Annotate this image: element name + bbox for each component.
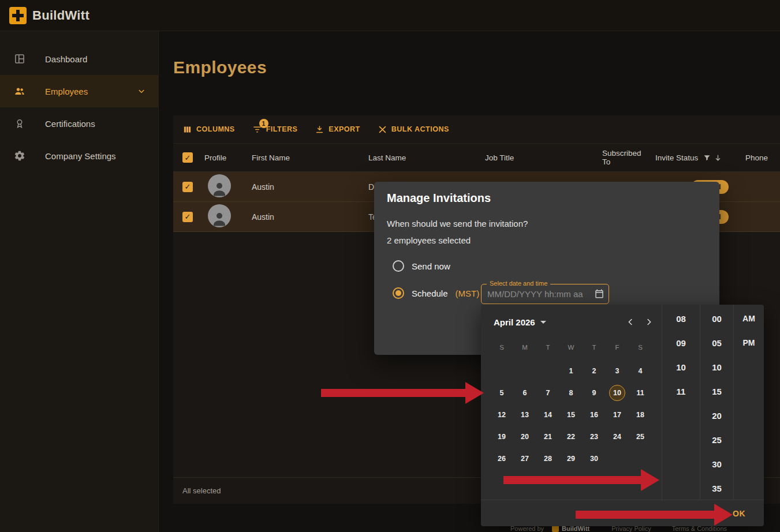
radio-checked-icon[interactable] — [393, 287, 404, 299]
columns-button[interactable]: COLUMNS — [182, 125, 235, 134]
calendar-day[interactable]: 7 — [536, 382, 559, 404]
calendar-day[interactable]: 14 — [536, 404, 559, 426]
calendar-day[interactable]: 11 — [629, 382, 652, 404]
header-subscribed-to[interactable]: Subscribed To — [598, 149, 651, 166]
dropdown-caret-icon — [540, 321, 546, 324]
header-job-title[interactable]: Job Title — [480, 153, 598, 162]
minute-option[interactable]: 35 — [700, 476, 733, 500]
table-toolbar: COLUMNS 1 FILTERS EXPORT BULK ACTIONS — [173, 115, 780, 143]
minute-option[interactable]: 10 — [700, 355, 733, 379]
people-icon — [14, 85, 25, 97]
calendar-day[interactable]: 27 — [513, 448, 536, 470]
calendar-day[interactable]: 28 — [536, 448, 559, 470]
sort-descending-icon — [714, 153, 722, 162]
previous-month-button[interactable] — [621, 313, 640, 331]
date-time-input[interactable] — [482, 284, 609, 304]
selection-status-text: All selected — [182, 486, 221, 495]
minutes-column: 0005101520253035 — [700, 305, 733, 500]
topbar: BuildWitt — [0, 0, 780, 31]
picker-footer: OK — [481, 500, 764, 526]
month-year-dropdown[interactable]: April 2026 — [494, 317, 546, 327]
calendar-day[interactable]: 5 — [490, 382, 513, 404]
calendar-day[interactable]: 21 — [536, 426, 559, 448]
calendar-day[interactable]: 13 — [513, 404, 536, 426]
calendar-day[interactable]: 17 — [606, 404, 629, 426]
calendar-day[interactable]: 20 — [513, 426, 536, 448]
header-first-name[interactable]: First Name — [247, 153, 364, 162]
next-month-button[interactable] — [640, 313, 658, 331]
calendar-day[interactable]: 25 — [629, 426, 652, 448]
meridiem-option[interactable]: PM — [734, 331, 764, 355]
calendar-day[interactable]: 1 — [559, 360, 583, 382]
calendar-day[interactable]: 30 — [583, 448, 606, 470]
page-title: Employees — [173, 58, 267, 77]
date-time-field[interactable]: Select date and time — [481, 284, 609, 304]
minute-option[interactable]: 20 — [700, 403, 733, 428]
hour-option[interactable]: 11 — [662, 379, 700, 403]
row-checkbox[interactable] — [182, 182, 193, 192]
first-name-cell: Austin — [247, 182, 364, 192]
schedule-option[interactable]: Schedule (MST) — [393, 287, 479, 299]
filters-button[interactable]: 1 FILTERS — [252, 125, 298, 134]
calendar-day[interactable]: 8 — [559, 382, 583, 404]
minute-option[interactable]: 25 — [700, 428, 733, 452]
meridiem-option[interactable]: AM — [734, 306, 764, 331]
chevron-left-icon — [625, 317, 636, 327]
brand-logo: BuildWitt — [9, 7, 89, 24]
sidebar-item-company-settings[interactable]: Company Settings — [0, 140, 158, 172]
bulk-actions-button[interactable]: BULK ACTIONS — [378, 125, 449, 134]
minute-option[interactable]: 30 — [700, 452, 733, 476]
hour-option[interactable]: 10 — [662, 355, 700, 379]
header-phone[interactable]: Phone — [741, 153, 780, 162]
header-invite-status[interactable]: Invite Status — [651, 153, 741, 162]
minute-option[interactable]: 15 — [700, 379, 733, 403]
hour-option[interactable]: 08 — [662, 306, 700, 331]
calendar-day-blank — [490, 360, 513, 382]
export-button[interactable]: EXPORT — [315, 125, 360, 134]
calendar-day[interactable]: 9 — [583, 382, 606, 404]
selection-summary: 2 employees selected — [387, 235, 471, 245]
calendar-day[interactable]: 24 — [606, 426, 629, 448]
calendar-grid: 1234567891011121314151617181920212223242… — [490, 360, 652, 470]
calendar-day[interactable]: 2 — [583, 360, 606, 382]
tools-icon — [378, 125, 387, 134]
schedule-label: Schedule — [412, 289, 448, 298]
calendar-day[interactable]: 22 — [559, 426, 583, 448]
filters-count-badge: 1 — [259, 119, 268, 128]
calendar-day[interactable]: 18 — [629, 404, 652, 426]
calendar-day[interactable]: 29 — [559, 448, 583, 470]
sidebar-item-employees[interactable]: Employees — [0, 75, 158, 107]
calendar-day[interactable]: 26 — [490, 448, 513, 470]
chevron-right-icon — [644, 317, 654, 327]
calendar-day[interactable]: 12 — [490, 404, 513, 426]
select-all-checkbox[interactable] — [182, 152, 193, 163]
calendar-icon[interactable] — [594, 289, 604, 299]
calendar-day[interactable]: 15 — [559, 404, 583, 426]
radio-unchecked-icon[interactable] — [393, 260, 404, 272]
minute-option[interactable]: 00 — [700, 306, 733, 331]
calendar-day[interactable]: 3 — [606, 360, 629, 382]
minute-option[interactable]: 05 — [700, 331, 733, 355]
sidebar-item-dashboard[interactable]: Dashboard — [0, 43, 158, 75]
hour-option[interactable]: 09 — [662, 331, 700, 355]
filter-funnel-icon — [703, 153, 711, 162]
weekday-label: S — [629, 342, 652, 353]
calendar-day[interactable]: 19 — [490, 426, 513, 448]
avatar — [208, 204, 231, 227]
calendar-day[interactable]: 16 — [583, 404, 606, 426]
header-last-name[interactable]: Last Name — [364, 153, 480, 162]
table-header-row: Profile First Name Last Name Job Title S… — [173, 143, 780, 172]
sidebar-item-certifications[interactable]: Certifications — [0, 107, 158, 140]
calendar-day[interactable]: 10 — [606, 382, 629, 404]
calendar-day[interactable]: 4 — [629, 360, 652, 382]
ok-button[interactable]: OK — [729, 500, 749, 527]
calendar-day-blank — [513, 360, 536, 382]
sidebar-item-label: Certifications — [45, 119, 95, 129]
send-now-option[interactable]: Send now — [393, 260, 450, 272]
sidebar-item-label: Employees — [45, 87, 88, 96]
brand-name: BuildWitt — [32, 8, 89, 23]
calendar-day[interactable]: 23 — [583, 426, 606, 448]
row-checkbox[interactable] — [182, 212, 193, 222]
calendar-day[interactable]: 6 — [513, 382, 536, 404]
meridiem-column: AMPM — [733, 305, 764, 500]
